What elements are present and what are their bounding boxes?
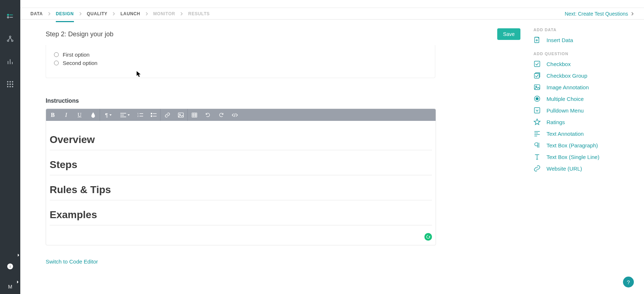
- rail-apps-icon[interactable]: [6, 80, 14, 89]
- chevron-right-icon: [79, 12, 82, 16]
- instructions-heading: Instructions: [46, 98, 520, 104]
- editor-content[interactable]: Overview Steps Rules & Tips Examples: [46, 121, 436, 245]
- wf-step-results[interactable]: RESULTS: [188, 8, 209, 19]
- ordered-list-button[interactable]: 12: [133, 109, 147, 121]
- svg-rect-41: [535, 61, 540, 67]
- sidebar-item-label: Text Box (Paragraph): [547, 142, 598, 148]
- rail-account-letter[interactable]: M: [8, 284, 12, 290]
- sidebar-item-label: Checkbox: [547, 61, 571, 67]
- radio-label: Second option: [63, 60, 97, 66]
- svg-point-17: [10, 86, 11, 87]
- radio-icon: [533, 95, 541, 102]
- svg-point-4: [9, 36, 11, 37]
- switch-to-code-link[interactable]: Switch to Code Editor: [46, 258, 520, 265]
- chevron-right-icon: [112, 12, 115, 16]
- text-icon: [533, 153, 541, 160]
- wf-step-data[interactable]: DATA: [30, 8, 43, 19]
- right-sidebar: ADD DATA Insert Data ADD QUESTION Checkb…: [533, 20, 644, 294]
- svg-point-14: [10, 84, 11, 85]
- underline-button[interactable]: U: [73, 109, 86, 121]
- svg-point-5: [7, 40, 9, 41]
- sidebar-item-text-annotation[interactable]: Text Annotation: [533, 130, 633, 137]
- rail-info-flyout: i: [7, 264, 13, 284]
- wf-step-design[interactable]: DESIGN: [56, 8, 74, 19]
- svg-point-6: [12, 40, 13, 41]
- save-button[interactable]: Save: [497, 28, 520, 40]
- chevron-right-icon: [48, 12, 51, 16]
- sidebar-item-label: Website (URL): [547, 166, 582, 172]
- info-icon[interactable]: i: [7, 264, 13, 269]
- chevron-right-icon: [180, 12, 183, 16]
- checkbox-group-icon: [533, 72, 541, 79]
- radio-option-1[interactable]: First option: [54, 52, 427, 58]
- sidebar-item-textbox-para[interactable]: Text Box (Paragraph): [533, 142, 633, 149]
- svg-point-12: [12, 81, 13, 82]
- question-card[interactable]: First option Second option: [46, 45, 435, 78]
- link-button[interactable]: [161, 109, 174, 121]
- sidebar-item-label: Text Box (Single Line): [547, 154, 599, 160]
- svg-point-26: [151, 113, 152, 114]
- svg-point-13: [7, 84, 8, 85]
- sidebar-item-label: Pulldown Menu: [547, 107, 584, 114]
- wf-step-quality[interactable]: QUALITY: [87, 8, 108, 19]
- rich-text-editor: B I U ¶ 12: [46, 109, 436, 245]
- rail-jobs-icon[interactable]: [6, 12, 14, 21]
- svg-rect-32: [192, 113, 197, 117]
- sidebar-item-website[interactable]: Website (URL): [533, 165, 633, 172]
- editor-toolbar: B I U ¶ 12: [46, 109, 436, 121]
- sidebar-group-title: ADD DATA: [533, 28, 633, 32]
- image-button[interactable]: [174, 109, 187, 121]
- svg-rect-47: [535, 108, 540, 113]
- page-body: Step 2: Design your job Save First optio…: [20, 20, 644, 294]
- italic-button[interactable]: I: [59, 109, 73, 121]
- svg-point-46: [536, 98, 539, 100]
- svg-point-18: [12, 86, 13, 87]
- help-button[interactable]: ?: [623, 277, 634, 287]
- bold-button[interactable]: B: [46, 109, 59, 121]
- radio-option-2[interactable]: Second option: [54, 60, 427, 66]
- svg-point-28: [151, 115, 152, 117]
- paragraph-format-button[interactable]: ¶: [100, 109, 117, 121]
- unordered-list-button[interactable]: [147, 109, 160, 121]
- app-rail: i M: [0, 0, 20, 294]
- link-icon: [533, 165, 541, 172]
- insert-data-icon: [533, 36, 541, 44]
- wf-step-monitor[interactable]: MONITOR: [153, 8, 175, 19]
- svg-point-11: [10, 81, 11, 82]
- radio-input[interactable]: [54, 61, 59, 65]
- sidebar-item-pulldown[interactable]: Pulldown Menu: [533, 107, 633, 114]
- color-button[interactable]: [86, 109, 100, 121]
- next-link-label: Next: Create Test Questions: [565, 11, 628, 17]
- table-button[interactable]: [188, 109, 201, 121]
- svg-point-2: [7, 17, 9, 18]
- sidebar-item-image-annotation[interactable]: Image Annotation: [533, 83, 633, 91]
- svg-text:1: 1: [137, 113, 139, 115]
- editor-h-steps: Steps: [50, 159, 432, 171]
- rail-workflow-icon[interactable]: [6, 35, 14, 44]
- radio-label: First option: [63, 52, 90, 58]
- code-view-button[interactable]: [228, 109, 241, 121]
- svg-rect-42: [535, 73, 539, 78]
- sidebar-item-label: Insert Data: [547, 37, 573, 43]
- redo-button[interactable]: [215, 109, 228, 121]
- align-button[interactable]: [117, 109, 133, 121]
- sidebar-item-checkbox[interactable]: Checkbox: [533, 60, 633, 68]
- sidebar-item-checkbox-group[interactable]: Checkbox Group: [533, 72, 633, 79]
- image-icon: [533, 83, 541, 91]
- wf-step-launch[interactable]: LAUNCH: [120, 8, 140, 19]
- undo-button[interactable]: [201, 109, 215, 121]
- star-icon: [533, 118, 541, 126]
- rail-analytics-icon[interactable]: [6, 57, 14, 66]
- sidebar-item-multiple-choice[interactable]: Multiple Choice: [533, 95, 633, 102]
- sidebar-item-label: Image Annotation: [547, 84, 589, 90]
- next-link[interactable]: Next: Create Test Questions: [565, 11, 634, 17]
- radio-input[interactable]: [54, 52, 59, 57]
- rail-account-flyout: M: [8, 284, 12, 290]
- chevron-right-icon: [631, 12, 634, 16]
- sidebar-item-textbox-single[interactable]: Text Box (Single Line): [533, 153, 633, 160]
- sidebar-group-title: ADD QUESTION: [533, 52, 633, 56]
- grammarly-icon[interactable]: [424, 233, 432, 241]
- sidebar-item-insert-data[interactable]: Insert Data: [533, 36, 633, 44]
- sidebar-item-ratings[interactable]: Ratings: [533, 118, 633, 126]
- editor-h-examples: Examples: [50, 209, 432, 221]
